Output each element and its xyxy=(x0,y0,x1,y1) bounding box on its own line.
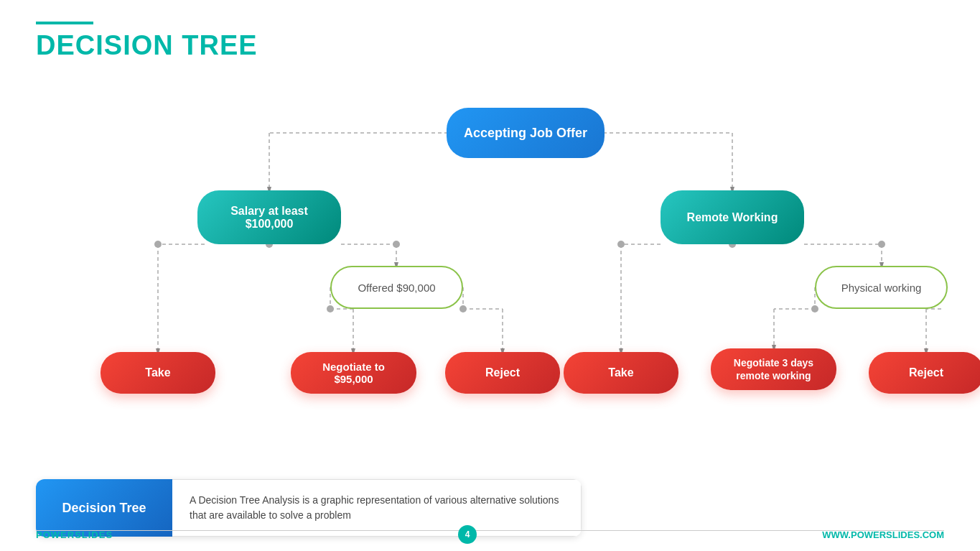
svg-point-39 xyxy=(878,241,885,248)
node-take2: Take xyxy=(564,352,678,394)
svg-point-42 xyxy=(811,305,818,312)
svg-point-38 xyxy=(617,241,625,248)
svg-point-35 xyxy=(154,241,162,248)
node-reject1: Reject xyxy=(445,352,560,394)
node-take1: Take xyxy=(101,352,215,394)
node-remote: Remote Working xyxy=(661,190,804,244)
header-accent-line xyxy=(36,22,93,24)
svg-point-40 xyxy=(327,305,334,312)
node-negotiate2: Negotiate 3 days remote working xyxy=(711,348,836,390)
page-title: DECISION TREE xyxy=(36,30,944,61)
node-offered: Offered $90,000 xyxy=(330,266,463,309)
svg-point-36 xyxy=(393,241,400,248)
node-negotiate1: Negotiate to $95,000 xyxy=(291,352,416,394)
title-teal: TREE xyxy=(182,30,257,60)
node-root: Accepting Job Offer xyxy=(447,108,605,158)
footer-page-number: 4 xyxy=(458,525,477,544)
node-salary: Salary at least $100,000 xyxy=(197,190,341,244)
svg-point-41 xyxy=(459,305,467,312)
page: DECISION TREE xyxy=(0,0,980,551)
footer: POWERSLIDES 4 WWW.POWERSLIDES.COM xyxy=(36,525,944,544)
node-reject2: Reject xyxy=(869,352,980,394)
footer-url: WWW.POWERSLIDES.COM xyxy=(822,529,944,540)
footer-brand: POWERSLIDES xyxy=(36,529,113,540)
title-black: DECISION xyxy=(36,30,182,60)
node-physical: Physical working xyxy=(815,266,948,309)
decision-tree-diagram: Accepting Job Offer Salary at least $100… xyxy=(36,68,944,420)
